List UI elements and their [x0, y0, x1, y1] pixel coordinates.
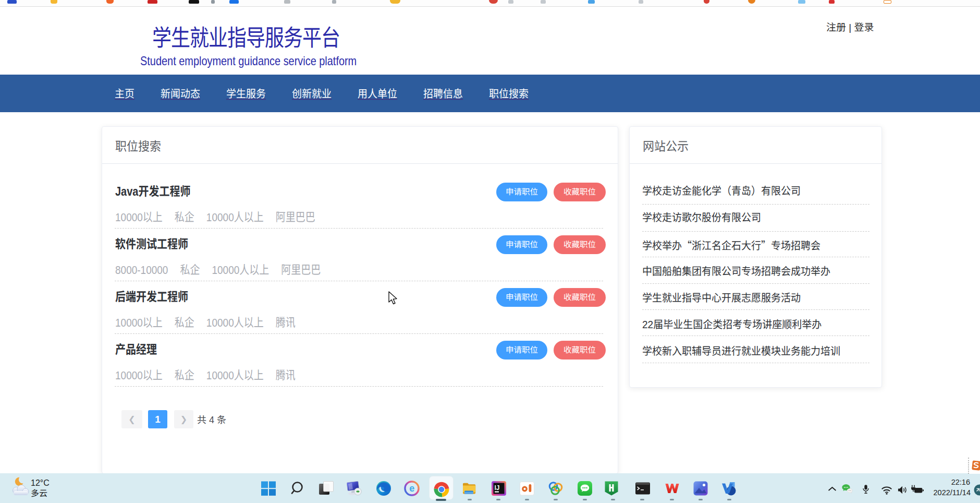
- svg-text:e: e: [409, 483, 414, 494]
- svg-text:IJ: IJ: [495, 484, 500, 492]
